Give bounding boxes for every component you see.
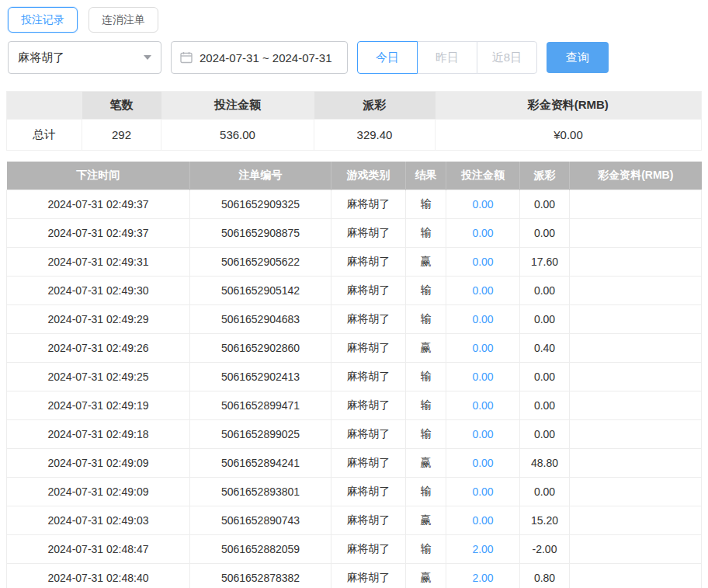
bet-amount-cell: 0.00 — [446, 333, 520, 362]
order-number-cell: 5061652909325 — [190, 190, 331, 218]
bonus-cell — [570, 419, 702, 448]
bet-amount-cell: 0.00 — [446, 362, 520, 391]
bet-time-cell: 2024-07-31 02:49:30 — [7, 276, 190, 304]
chevron-down-icon — [144, 55, 151, 60]
betting-records-page: 投注记录 连消注单 麻将胡了 2024-07-31 ~ 2024-07-31 今… — [0, 0, 708, 588]
summary-header-empty — [7, 92, 82, 120]
bet-amount-link[interactable]: 2.00 — [472, 543, 493, 555]
game-type-cell: 麻将胡了 — [331, 506, 406, 534]
date-range-input[interactable]: 2024-07-31 ~ 2024-07-31 — [171, 41, 348, 74]
table-row: 2024-07-31 02:49:03 5061652890743 麻将胡了 赢… — [7, 506, 702, 534]
summary-total-label: 总计 — [7, 120, 82, 151]
game-select[interactable]: 麻将胡了 — [8, 41, 161, 74]
table-row: 2024-07-31 02:49:09 5061652893801 麻将胡了 输… — [7, 477, 702, 506]
summary-table: 笔数 投注金额 派彩 彩金资料(RMB) 总计 292 536.00 329.4… — [6, 91, 702, 151]
bet-amount-link[interactable]: 0.00 — [472, 485, 493, 498]
table-row: 2024-07-31 02:49:30 5061652905142 麻将胡了 输… — [7, 276, 702, 304]
result-cell: 输 — [406, 477, 446, 506]
table-row: 2024-07-31 02:48:40 5061652878382 麻将胡了 赢… — [7, 563, 702, 588]
bonus-cell — [570, 247, 702, 276]
summary-row: 总计 292 536.00 329.40 ¥0.00 — [7, 120, 702, 151]
order-number-cell: 5061652893801 — [190, 477, 331, 506]
result-cell: 赢 — [406, 563, 446, 588]
result-cell: 输 — [406, 304, 446, 333]
table-row: 2024-07-31 02:49:37 5061652908875 麻将胡了 输… — [7, 218, 702, 247]
payout-cell: 17.60 — [520, 247, 570, 276]
bet-amount-link[interactable]: 0.00 — [472, 371, 493, 383]
result-cell: 赢 — [406, 333, 446, 362]
bet-amount-cell: 0.00 — [446, 419, 520, 448]
header-order-number: 注单编号 — [190, 162, 331, 190]
result-cell: 赢 — [406, 506, 446, 534]
bet-amount-link[interactable]: 0.00 — [472, 399, 493, 412]
table-row: 2024-07-31 02:49:25 5061652902413 麻将胡了 输… — [7, 362, 702, 391]
game-type-cell: 麻将胡了 — [331, 304, 406, 333]
query-button[interactable]: 查询 — [547, 42, 609, 73]
bonus-cell — [570, 534, 702, 563]
bonus-cell — [570, 506, 702, 534]
last-8-days-button[interactable]: 近8日 — [477, 41, 537, 74]
bonus-cell — [570, 563, 702, 588]
bet-amount-cell: 0.00 — [446, 477, 520, 506]
bonus-cell — [570, 477, 702, 506]
tab-cancelled-orders[interactable]: 连消注单 — [88, 7, 158, 33]
game-type-cell: 麻将胡了 — [331, 534, 406, 563]
header-bonus: 彩金资料(RMB) — [570, 162, 702, 190]
table-row: 2024-07-31 02:49:31 5061652905622 麻将胡了 赢… — [7, 247, 702, 276]
bet-amount-link[interactable]: 0.00 — [472, 256, 493, 268]
summary-header-bet-amount: 投注金额 — [161, 92, 314, 120]
order-number-cell: 5061652899025 — [190, 419, 331, 448]
result-cell: 输 — [406, 534, 446, 563]
result-cell: 输 — [406, 276, 446, 304]
summary-header-payout: 派彩 — [314, 92, 436, 120]
game-type-cell: 麻将胡了 — [331, 448, 406, 477]
payout-cell: 0.00 — [520, 477, 570, 506]
bet-table: 下注时间 注单编号 游戏类别 结果 投注金额 派彩 彩金资料(RMB) 2024… — [6, 162, 702, 588]
bet-amount-cell: 0.00 — [446, 448, 520, 477]
result-cell: 赢 — [406, 247, 446, 276]
header-payout: 派彩 — [520, 162, 570, 190]
game-type-cell: 麻将胡了 — [331, 190, 406, 218]
result-cell: 输 — [406, 362, 446, 391]
date-range-value: 2024-07-31 ~ 2024-07-31 — [200, 51, 332, 64]
payout-cell: 0.00 — [520, 391, 570, 419]
order-number-cell: 5061652878382 — [190, 563, 331, 588]
bet-amount-link[interactable]: 0.00 — [472, 284, 493, 297]
tab-betting-records[interactable]: 投注记录 — [8, 7, 78, 33]
bet-amount-cell: 0.00 — [446, 247, 520, 276]
yesterday-button[interactable]: 昨日 — [417, 41, 477, 74]
bet-time-cell: 2024-07-31 02:49:09 — [7, 448, 190, 477]
quick-date-group: 今日 昨日 近8日 — [357, 41, 537, 74]
payout-cell: 0.80 — [520, 563, 570, 588]
bet-amount-link[interactable]: 0.00 — [472, 428, 493, 440]
game-type-cell: 麻将胡了 — [331, 218, 406, 247]
bet-amount-link[interactable]: 0.00 — [472, 514, 493, 527]
bet-time-cell: 2024-07-31 02:49:26 — [7, 333, 190, 362]
today-button[interactable]: 今日 — [357, 41, 418, 74]
game-type-cell: 麻将胡了 — [331, 276, 406, 304]
bet-amount-link[interactable]: 2.00 — [472, 572, 493, 584]
bonus-cell — [570, 391, 702, 419]
bet-amount-link[interactable]: 0.00 — [472, 313, 493, 325]
table-row: 2024-07-31 02:49:09 5061652894241 麻将胡了 赢… — [7, 448, 702, 477]
table-row: 2024-07-31 02:49:37 5061652909325 麻将胡了 输… — [7, 190, 702, 218]
table-row: 2024-07-31 02:49:26 5061652902860 麻将胡了 赢… — [7, 333, 702, 362]
bet-amount-link[interactable]: 0.00 — [472, 227, 493, 239]
order-number-cell: 5061652894241 — [190, 448, 331, 477]
bet-amount-link[interactable]: 0.00 — [472, 457, 493, 469]
payout-cell: 0.00 — [520, 304, 570, 333]
tab-bar: 投注记录 连消注单 — [0, 0, 708, 33]
payout-cell: -2.00 — [520, 534, 570, 563]
bet-amount-link[interactable]: 0.00 — [472, 198, 493, 210]
payout-cell: 0.00 — [520, 419, 570, 448]
bet-amount-cell: 0.00 — [446, 276, 520, 304]
bonus-cell — [570, 218, 702, 247]
table-row: 2024-07-31 02:49:29 5061652904683 麻将胡了 输… — [7, 304, 702, 333]
bet-time-cell: 2024-07-31 02:49:25 — [7, 362, 190, 391]
payout-cell: 0.00 — [520, 276, 570, 304]
game-type-cell: 麻将胡了 — [331, 419, 406, 448]
bet-table-body: 2024-07-31 02:49:37 5061652909325 麻将胡了 输… — [7, 190, 702, 588]
game-select-value: 麻将胡了 — [18, 50, 64, 65]
filter-bar: 麻将胡了 2024-07-31 ~ 2024-07-31 今日 昨日 近8日 查… — [8, 41, 708, 74]
bet-amount-link[interactable]: 0.00 — [472, 342, 493, 354]
